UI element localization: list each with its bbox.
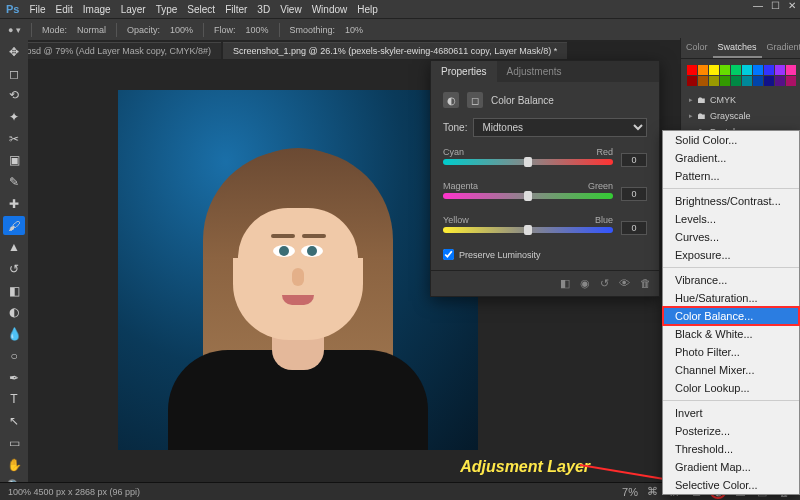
opacity-input[interactable]: 100% bbox=[170, 25, 193, 35]
menu-item[interactable]: Hue/Saturation... bbox=[663, 289, 799, 307]
menu-item[interactable]: Channel Mixer... bbox=[663, 361, 799, 379]
swatch-folder[interactable]: 🖿Grayscale bbox=[681, 108, 800, 124]
canvas[interactable] bbox=[118, 90, 478, 450]
swatch[interactable] bbox=[742, 65, 752, 75]
tab-properties[interactable]: Properties bbox=[431, 61, 497, 82]
yellow-blue-slider[interactable] bbox=[443, 227, 613, 241]
menu-item[interactable]: Curves... bbox=[663, 228, 799, 246]
view-previous-icon[interactable]: ◉ bbox=[580, 277, 590, 290]
menu-edit[interactable]: Edit bbox=[56, 4, 73, 15]
tab-adjustments[interactable]: Adjustments bbox=[497, 61, 572, 82]
crop-tool[interactable]: ✂ bbox=[3, 129, 25, 149]
swatch[interactable] bbox=[764, 65, 774, 75]
marquee-tool[interactable]: ◻ bbox=[3, 64, 25, 84]
path-tool[interactable]: ↖ bbox=[3, 411, 25, 431]
heal-tool[interactable]: ✚ bbox=[3, 194, 25, 214]
menu-item[interactable]: Invert bbox=[663, 404, 799, 422]
menu-image[interactable]: Image bbox=[83, 4, 111, 15]
menu-item[interactable]: Color Balance... bbox=[663, 307, 799, 325]
type-tool[interactable]: T bbox=[3, 390, 25, 410]
delete-icon[interactable]: 🗑 bbox=[640, 277, 651, 290]
menu-item[interactable]: Brightness/Contrast... bbox=[663, 192, 799, 210]
cyan-red-slider[interactable] bbox=[443, 159, 613, 173]
mode-select[interactable]: Normal bbox=[77, 25, 106, 35]
menu-item[interactable]: Threshold... bbox=[663, 440, 799, 458]
menu-type[interactable]: Type bbox=[156, 4, 178, 15]
swatch[interactable] bbox=[742, 76, 752, 86]
reset-icon[interactable]: ↺ bbox=[600, 277, 609, 290]
menu-filter[interactable]: Filter bbox=[225, 4, 247, 15]
visibility-icon[interactable]: 👁 bbox=[619, 277, 630, 290]
menu-3d[interactable]: 3D bbox=[257, 4, 270, 15]
checkbox-input[interactable] bbox=[443, 249, 454, 260]
menu-item[interactable]: Selective Color... bbox=[663, 476, 799, 494]
swatch[interactable] bbox=[687, 76, 697, 86]
maximize-icon[interactable]: ☐ bbox=[771, 0, 780, 11]
document-tab[interactable]: All.psd @ 79% (Add Layer Mask copy, CMYK… bbox=[4, 42, 221, 59]
menu-window[interactable]: Window bbox=[312, 4, 348, 15]
swatch[interactable] bbox=[753, 76, 763, 86]
swatch[interactable] bbox=[764, 76, 774, 86]
move-tool[interactable]: ✥ bbox=[3, 42, 25, 62]
wand-tool[interactable]: ✦ bbox=[3, 107, 25, 127]
pen-tool[interactable]: ✒ bbox=[3, 368, 25, 388]
swatch[interactable] bbox=[731, 65, 741, 75]
tab-swatches[interactable]: Swatches bbox=[713, 38, 762, 58]
magenta-green-slider[interactable] bbox=[443, 193, 613, 207]
swatch[interactable] bbox=[775, 65, 785, 75]
gradient-tool[interactable]: ◐ bbox=[3, 303, 25, 323]
swatch[interactable] bbox=[775, 76, 785, 86]
swatch[interactable] bbox=[709, 76, 719, 86]
menu-item[interactable]: Color Lookup... bbox=[663, 379, 799, 397]
menu-item[interactable]: Vibrance... bbox=[663, 271, 799, 289]
smoothing-input[interactable]: 10% bbox=[345, 25, 363, 35]
blur-tool[interactable]: 💧 bbox=[3, 324, 25, 344]
preserve-luminosity-checkbox[interactable]: Preserve Luminosity bbox=[443, 249, 647, 260]
menu-item[interactable]: Pattern... bbox=[663, 167, 799, 185]
swatch[interactable] bbox=[720, 65, 730, 75]
menu-item[interactable]: Photo Filter... bbox=[663, 343, 799, 361]
menu-layer[interactable]: Layer bbox=[121, 4, 146, 15]
stamp-tool[interactable]: ▲ bbox=[3, 237, 25, 257]
menu-item[interactable]: Solid Color... bbox=[663, 131, 799, 149]
brush-preview-icon[interactable]: ● ▾ bbox=[8, 25, 21, 35]
tone-select[interactable]: Midtones bbox=[473, 118, 647, 137]
history-brush-tool[interactable]: ↺ bbox=[3, 259, 25, 279]
document-tab[interactable]: Screenshot_1.png @ 26.1% (pexels-skyler-… bbox=[223, 42, 567, 59]
flow-input[interactable]: 100% bbox=[246, 25, 269, 35]
yellow-blue-value[interactable]: 0 bbox=[621, 221, 647, 235]
menu-item[interactable]: Posterize... bbox=[663, 422, 799, 440]
lasso-tool[interactable]: ⟲ bbox=[3, 85, 25, 105]
swatch[interactable] bbox=[698, 65, 708, 75]
swatch[interactable] bbox=[753, 65, 763, 75]
dodge-tool[interactable]: ○ bbox=[3, 346, 25, 366]
menu-view[interactable]: View bbox=[280, 4, 302, 15]
menu-help[interactable]: Help bbox=[357, 4, 378, 15]
clip-to-layer-icon[interactable]: ◧ bbox=[560, 277, 570, 290]
eraser-tool[interactable]: ◧ bbox=[3, 281, 25, 301]
close-icon[interactable]: ✕ bbox=[788, 0, 796, 11]
shape-tool[interactable]: ▭ bbox=[3, 433, 25, 453]
swatch[interactable] bbox=[731, 76, 741, 86]
hand-tool[interactable]: ✋ bbox=[3, 455, 25, 475]
menu-item[interactable]: Levels... bbox=[663, 210, 799, 228]
cyan-red-value[interactable]: 0 bbox=[621, 153, 647, 167]
tab-gradients[interactable]: Gradients bbox=[762, 38, 800, 58]
menu-item[interactable]: Gradient Map... bbox=[663, 458, 799, 476]
swatch[interactable] bbox=[786, 76, 796, 86]
tab-color[interactable]: Color bbox=[681, 38, 713, 58]
magenta-green-value[interactable]: 0 bbox=[621, 187, 647, 201]
menu-file[interactable]: File bbox=[29, 4, 45, 15]
minimize-icon[interactable]: — bbox=[753, 0, 763, 11]
frame-tool[interactable]: ▣ bbox=[3, 151, 25, 171]
menu-item[interactable]: Exposure... bbox=[663, 246, 799, 264]
swatch-folder[interactable]: 🖿CMYK bbox=[681, 92, 800, 108]
brush-tool[interactable]: 🖌 bbox=[3, 216, 25, 236]
menu-item[interactable]: Black & White... bbox=[663, 325, 799, 343]
eyedropper-tool[interactable]: ✎ bbox=[3, 172, 25, 192]
swatch[interactable] bbox=[709, 65, 719, 75]
menu-item[interactable]: Gradient... bbox=[663, 149, 799, 167]
swatch[interactable] bbox=[786, 65, 796, 75]
swatch[interactable] bbox=[687, 65, 697, 75]
menu-select[interactable]: Select bbox=[187, 4, 215, 15]
